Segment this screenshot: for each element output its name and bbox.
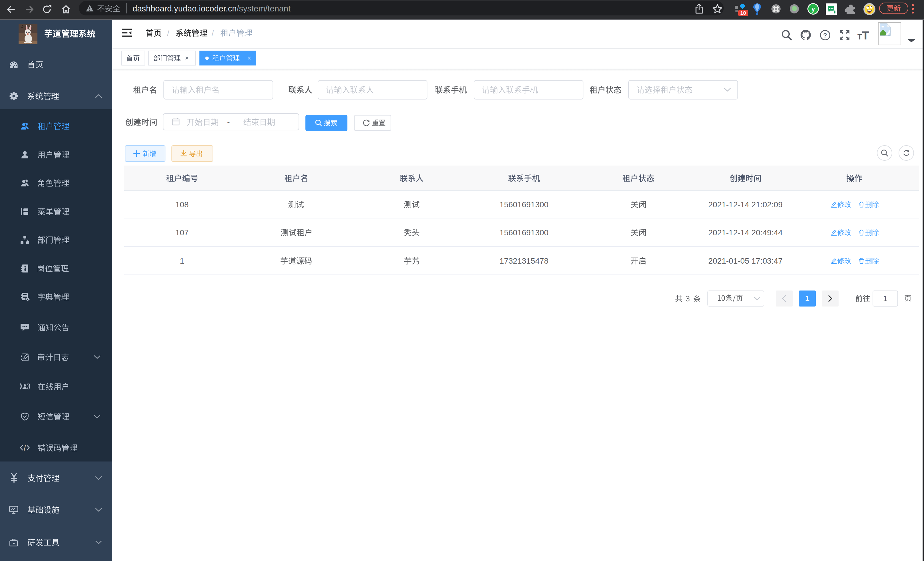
svg-text:?: ? xyxy=(823,32,827,39)
svg-text:T: T xyxy=(857,33,862,40)
svg-text:10: 10 xyxy=(740,10,746,16)
svg-text:T: T xyxy=(862,30,869,40)
svg-text:y: y xyxy=(812,5,815,13)
